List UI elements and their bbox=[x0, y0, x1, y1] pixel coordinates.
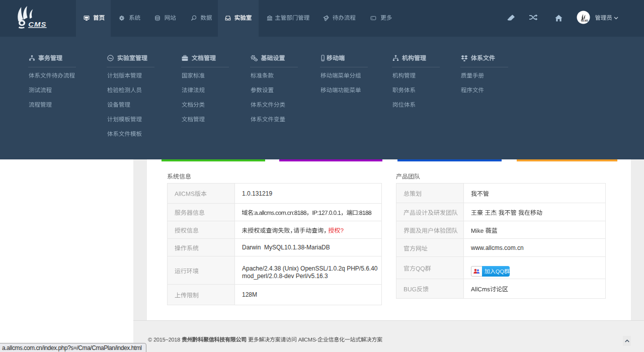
svg-text:CMS: CMS bbox=[583, 20, 589, 22]
svg-text:CMS: CMS bbox=[28, 20, 46, 28]
